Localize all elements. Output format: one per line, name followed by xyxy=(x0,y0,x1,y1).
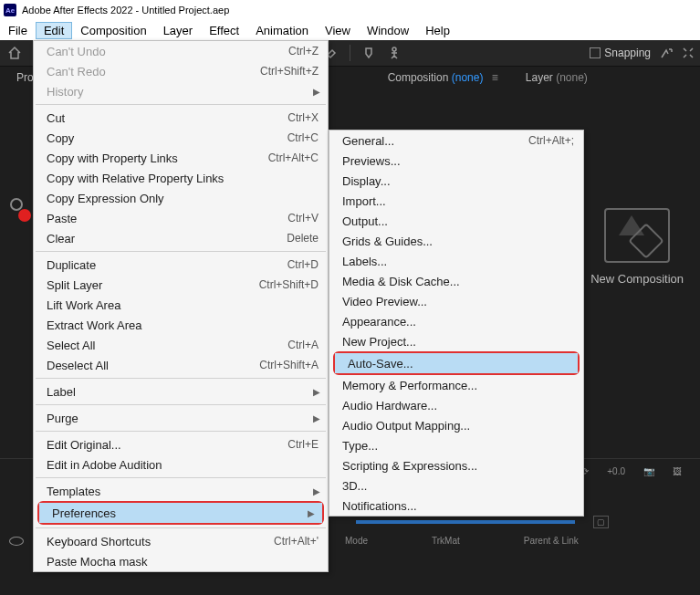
menu-split-layer[interactable]: Split LayerCtrl+Shift+D xyxy=(34,275,328,295)
menu-composition[interactable]: Composition xyxy=(72,22,154,39)
menu-edit-original[interactable]: Edit Original...Ctrl+E xyxy=(34,434,328,454)
snapping-checkbox[interactable] xyxy=(590,47,601,58)
col-parent[interactable]: Parent & Link xyxy=(524,536,579,546)
menu-lift-work-area[interactable]: Lift Work Area xyxy=(34,295,328,315)
menu-templates[interactable]: Templates▶ xyxy=(34,481,328,501)
timeline-bar[interactable] xyxy=(356,520,575,524)
menu-separator xyxy=(36,104,326,105)
menu-file[interactable]: File xyxy=(0,22,36,39)
camera-icon[interactable]: 📷 xyxy=(643,466,654,476)
prefs-scripting[interactable]: Scripting & Expressions... xyxy=(329,455,583,475)
panel-collapse-icon[interactable]: ▢ xyxy=(593,516,609,528)
menu-edit[interactable]: Edit xyxy=(36,22,72,39)
snap-expand-icon[interactable] xyxy=(682,47,695,59)
menu-separator xyxy=(36,251,326,252)
chevron-right-icon: ▶ xyxy=(308,508,315,518)
menu-copy-relative-property-links[interactable]: Copy with Relative Property Links xyxy=(34,168,328,188)
prefs-media[interactable]: Media & Disk Cache... xyxy=(329,271,583,291)
prefs-autosave[interactable]: Auto-Save... xyxy=(335,353,578,373)
prefs-grids[interactable]: Grids & Guides... xyxy=(329,231,583,251)
chevron-right-icon: ▶ xyxy=(313,413,320,423)
prefs-appearance[interactable]: Appearance... xyxy=(329,311,583,331)
eye-visibility-icon[interactable] xyxy=(9,537,24,546)
prefs-type[interactable]: Type... xyxy=(329,435,583,455)
svg-point-7 xyxy=(392,47,396,51)
prefs-3d[interactable]: 3D... xyxy=(329,475,583,496)
menu-clear[interactable]: ClearDelete xyxy=(34,228,328,248)
menu-layer[interactable]: Layer xyxy=(155,22,202,39)
menu-copy[interactable]: CopyCtrl+C xyxy=(34,128,328,148)
menu-undo[interactable]: Can't UndoCtrl+Z xyxy=(34,41,328,61)
new-composition-button[interactable]: New Composition xyxy=(590,208,684,286)
new-composition-label: New Composition xyxy=(590,272,684,286)
menu-duplicate[interactable]: DuplicateCtrl+D xyxy=(34,255,328,275)
menu-separator xyxy=(36,431,326,432)
prefs-notifications[interactable]: Notifications... xyxy=(329,496,583,516)
preferences-submenu: General...Ctrl+Alt+; Previews... Display… xyxy=(329,130,584,517)
menu-cut[interactable]: CutCtrl+X xyxy=(34,108,328,128)
red-marker-dot xyxy=(18,209,31,222)
menu-select-all[interactable]: Select AllCtrl+A xyxy=(34,335,328,355)
snapping-toggle[interactable]: Snapping xyxy=(590,47,651,59)
tab-composition[interactable]: Composition (none) ≡ xyxy=(388,71,498,84)
menu-separator xyxy=(36,477,326,478)
menu-separator xyxy=(36,527,326,528)
roto-tool-icon[interactable] xyxy=(360,44,378,62)
prefs-audio-hardware[interactable]: Audio Hardware... xyxy=(329,395,583,415)
col-mode[interactable]: Mode xyxy=(345,536,368,546)
prefs-newproject[interactable]: New Project... xyxy=(329,331,583,351)
edit-menu-dropdown: Can't UndoCtrl+Z Can't RedoCtrl+Shift+Z … xyxy=(33,40,329,572)
prefs-labels[interactable]: Labels... xyxy=(329,251,583,271)
menu-redo[interactable]: Can't RedoCtrl+Shift+Z xyxy=(34,61,328,81)
chevron-right-icon: ▶ xyxy=(313,387,320,397)
prefs-audio-output[interactable]: Audio Output Mapping... xyxy=(329,415,583,435)
chevron-right-icon: ▶ xyxy=(313,87,320,97)
menu-view[interactable]: View xyxy=(317,22,359,39)
menu-history[interactable]: History▶ xyxy=(34,81,328,101)
prefs-video[interactable]: Video Preview... xyxy=(329,291,583,311)
menu-keyboard-shortcuts[interactable]: Keyboard ShortcutsCtrl+Alt+' xyxy=(34,531,328,551)
toolbar-separator xyxy=(350,45,350,61)
menu-separator xyxy=(36,404,326,405)
highlight-preferences: Preferences▶ xyxy=(37,501,324,525)
menu-bar: File Edit Composition Layer Effect Anima… xyxy=(0,20,700,40)
title-bar: Ae Adobe After Effects 2022 - Untitled P… xyxy=(0,0,700,20)
tab-layer[interactable]: Layer (none) xyxy=(526,71,588,84)
snapshot-icon[interactable]: 🖼 xyxy=(673,466,682,476)
prefs-general[interactable]: General...Ctrl+Alt+; xyxy=(329,130,583,151)
new-composition-icon xyxy=(604,208,670,263)
puppet-tool-icon[interactable] xyxy=(385,44,403,62)
rotation-value[interactable]: +0.0 xyxy=(607,466,625,476)
chevron-right-icon: ▶ xyxy=(313,486,320,496)
col-trkmat[interactable]: TrkMat xyxy=(432,536,460,546)
menu-paste[interactable]: PasteCtrl+V xyxy=(34,208,328,228)
window-title: Adobe After Effects 2022 - Untitled Proj… xyxy=(22,5,229,16)
prefs-display[interactable]: Display... xyxy=(329,171,583,191)
menu-help[interactable]: Help xyxy=(417,22,458,39)
menu-separator xyxy=(36,378,326,379)
menu-deselect-all[interactable]: Deselect AllCtrl+Shift+A xyxy=(34,355,328,375)
menu-edit-audition[interactable]: Edit in Adobe Audition xyxy=(34,454,328,475)
highlight-autosave: Auto-Save... xyxy=(333,351,580,375)
menu-effect[interactable]: Effect xyxy=(201,22,247,39)
menu-animation[interactable]: Animation xyxy=(247,22,317,39)
snapping-label: Snapping xyxy=(604,47,651,59)
menu-paste-mocha[interactable]: Paste Mocha mask xyxy=(34,551,328,571)
menu-copy-property-links[interactable]: Copy with Property LinksCtrl+Alt+C xyxy=(34,148,328,168)
home-icon[interactable] xyxy=(5,44,24,62)
menu-purge[interactable]: Purge▶ xyxy=(34,408,328,428)
prefs-memory[interactable]: Memory & Performance... xyxy=(329,375,583,395)
menu-label[interactable]: Label▶ xyxy=(34,381,328,402)
prefs-output[interactable]: Output... xyxy=(329,211,583,231)
menu-preferences[interactable]: Preferences▶ xyxy=(39,503,322,523)
snap-edge-icon[interactable] xyxy=(660,47,673,59)
menu-extract-work-area[interactable]: Extract Work Area xyxy=(34,315,328,335)
menu-window[interactable]: Window xyxy=(359,22,417,39)
menu-copy-expression-only[interactable]: Copy Expression Only xyxy=(34,188,328,208)
prefs-previews[interactable]: Previews... xyxy=(329,151,583,171)
prefs-import[interactable]: Import... xyxy=(329,191,583,211)
app-icon: Ae xyxy=(4,4,16,16)
